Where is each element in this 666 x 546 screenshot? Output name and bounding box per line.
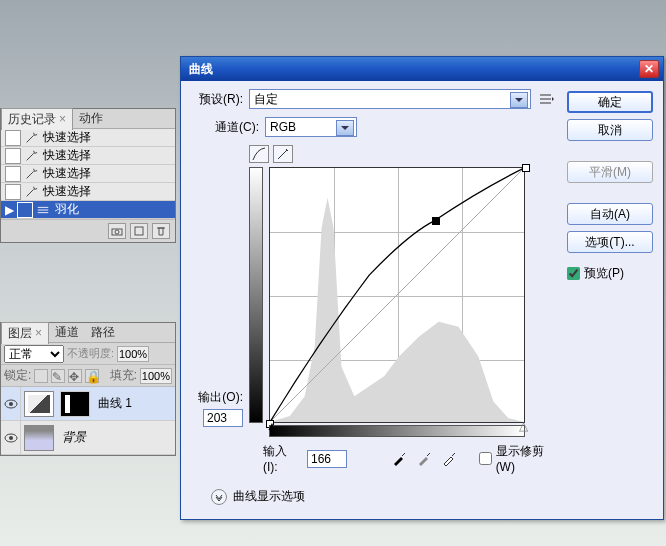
eyedropper-white-icon[interactable] <box>440 450 457 468</box>
wand-icon <box>23 166 39 182</box>
dialog-title: 曲线 <box>189 61 213 78</box>
auto-button[interactable]: 自动(A) <box>567 203 653 225</box>
layer-name: 曲线 1 <box>98 395 132 412</box>
layer-list: 曲线 1 背景 <box>1 387 175 455</box>
wand-icon <box>23 148 39 164</box>
trash-icon[interactable] <box>152 223 170 239</box>
curve-point[interactable] <box>432 217 440 225</box>
tab-channels[interactable]: 通道 <box>49 322 85 343</box>
input-gradient <box>269 425 525 437</box>
preview-checkbox[interactable]: 预览(P) <box>567 265 653 282</box>
output-input[interactable] <box>203 409 243 427</box>
svg-line-21 <box>452 453 455 456</box>
output-gradient <box>249 167 263 423</box>
svg-point-13 <box>9 436 13 440</box>
wand-icon <box>23 184 39 200</box>
feather-icon <box>35 202 51 218</box>
history-row[interactable]: 快速选择 <box>1 165 175 183</box>
svg-rect-9 <box>135 227 143 235</box>
svg-line-2 <box>27 171 34 178</box>
tab-paths[interactable]: 路径 <box>85 322 121 343</box>
svg-line-3 <box>27 189 34 196</box>
lock-paint-icon[interactable]: ✎ <box>51 369 65 383</box>
curve-lines <box>270 168 524 422</box>
layer-row[interactable]: 背景 <box>1 421 175 455</box>
wand-icon <box>23 130 39 146</box>
layer-blend-row: 正常 不透明度: <box>1 343 175 365</box>
blend-mode-select[interactable]: 正常 <box>4 345 64 363</box>
svg-line-20 <box>427 453 430 456</box>
close-icon[interactable]: × <box>59 112 66 126</box>
layers-tabs: 图层× 通道 路径 <box>1 323 175 343</box>
fill-label: 填充: <box>110 367 137 384</box>
layer-row[interactable]: 曲线 1 <box>1 387 175 421</box>
channel-select[interactable]: RGB <box>265 117 357 137</box>
chevron-down-icon[interactable] <box>211 489 227 505</box>
new-snapshot-icon[interactable] <box>108 223 126 239</box>
layer-mask-thumb[interactable] <box>60 391 90 417</box>
layer-thumb-background[interactable] <box>24 425 54 451</box>
svg-line-1 <box>27 153 34 160</box>
curve-display-options[interactable]: 曲线显示选项 <box>233 488 305 505</box>
black-slider[interactable]: ▲ <box>266 419 278 433</box>
input-input[interactable] <box>307 450 347 468</box>
opacity-label: 不透明度: <box>67 346 114 361</box>
svg-line-17 <box>278 150 287 159</box>
history-panel: 历史记录× 动作 快速选择 快速选择 快速选择 快速选择 ▶羽化 <box>0 108 176 243</box>
curve-graph[interactable] <box>269 167 525 423</box>
curve-mode-icon[interactable] <box>249 145 269 163</box>
output-label: 输出(O): <box>198 389 243 406</box>
lock-trans-icon[interactable] <box>34 369 48 383</box>
layers-panel: 图层× 通道 路径 正常 不透明度: 锁定: ✎ ✥ 🔒 填充: 曲线 1 背景 <box>0 322 176 456</box>
svg-line-19 <box>402 453 405 456</box>
dialog-titlebar[interactable]: 曲线 ✕ <box>181 57 663 81</box>
pencil-mode-icon[interactable] <box>273 145 293 163</box>
tab-history[interactable]: 历史记录× <box>1 108 73 130</box>
fill-input[interactable] <box>140 368 172 384</box>
white-slider[interactable]: △ <box>519 419 528 433</box>
history-row[interactable]: 快速选择 <box>1 183 175 201</box>
preset-label: 预设(R): <box>191 91 243 108</box>
visibility-icon[interactable] <box>1 421 21 455</box>
svg-line-18 <box>270 168 524 422</box>
options-button[interactable]: 选项(T)... <box>567 231 653 253</box>
input-label: 输入(I): <box>263 443 299 474</box>
svg-line-0 <box>27 135 34 142</box>
lock-move-icon[interactable]: ✥ <box>68 369 82 383</box>
show-clipping-checkbox[interactable]: 显示修剪(W) <box>479 443 557 474</box>
history-list: 快速选择 快速选择 快速选择 快速选择 ▶羽化 <box>1 129 175 219</box>
close-button[interactable]: ✕ <box>639 60 659 78</box>
eyedropper-black-icon[interactable] <box>391 450 408 468</box>
tab-layers[interactable]: 图层× <box>1 322 49 344</box>
layer-thumb-curves[interactable] <box>24 391 54 417</box>
smooth-button: 平滑(M) <box>567 161 653 183</box>
history-row[interactable]: 快速选择 <box>1 129 175 147</box>
channel-label: 通道(C): <box>211 119 259 136</box>
tab-actions[interactable]: 动作 <box>73 108 109 129</box>
opacity-input[interactable] <box>117 346 149 362</box>
eyedropper-gray-icon[interactable] <box>416 450 433 468</box>
history-tabs: 历史记录× 动作 <box>1 109 175 129</box>
curves-dialog: 曲线 ✕ 预设(R): 自定 通道(C): RGB 输出(O): <box>180 56 664 520</box>
close-icon[interactable]: × <box>35 326 42 340</box>
svg-point-8 <box>115 230 119 234</box>
layer-lock-row: 锁定: ✎ ✥ 🔒 填充: <box>1 365 175 387</box>
visibility-icon[interactable] <box>1 387 21 421</box>
cancel-button[interactable]: 取消 <box>567 119 653 141</box>
lock-label: 锁定: <box>4 367 31 384</box>
curve-point-white[interactable] <box>522 164 530 172</box>
history-row[interactable]: 快速选择 <box>1 147 175 165</box>
preset-select[interactable]: 自定 <box>249 89 531 109</box>
svg-point-11 <box>9 402 13 406</box>
lock-all-icon[interactable]: 🔒 <box>85 369 99 383</box>
history-row[interactable]: ▶羽化 <box>1 201 175 219</box>
history-buttons <box>1 219 175 242</box>
preset-menu-icon[interactable] <box>537 90 557 108</box>
ok-button[interactable]: 确定 <box>567 91 653 113</box>
layer-name: 背景 <box>62 429 86 446</box>
new-state-icon[interactable] <box>130 223 148 239</box>
